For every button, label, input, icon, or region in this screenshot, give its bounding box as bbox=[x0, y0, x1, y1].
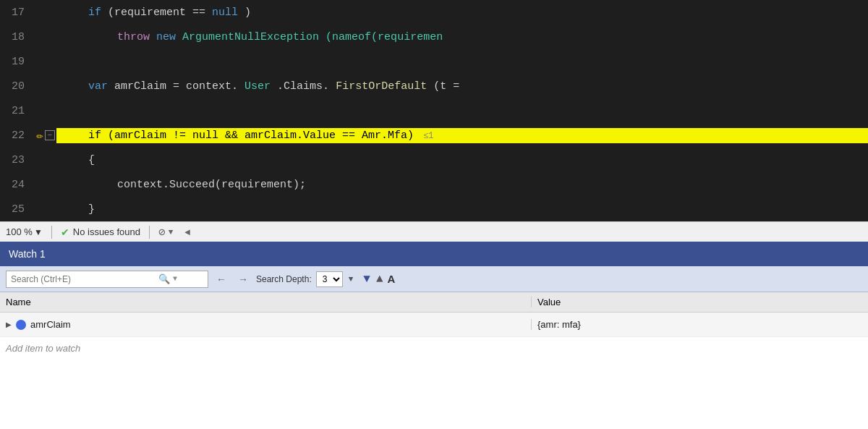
search-depth-select[interactable]: 3 1 2 4 5 bbox=[316, 271, 343, 287]
line-number: 17 bbox=[0, 7, 36, 19]
code-text: amrClaim = context. bbox=[114, 80, 238, 93]
no-issues-indicator: ✔ No issues found bbox=[61, 226, 140, 238]
zoom-control[interactable]: 100 % ▼ bbox=[6, 226, 43, 237]
type-name: User bbox=[244, 80, 271, 93]
code-text: if bbox=[88, 129, 101, 142]
column-header-value: Value bbox=[532, 297, 868, 307]
method-name: FirstOrDefault bbox=[336, 80, 427, 93]
keyword: var bbox=[88, 80, 108, 93]
line-number: 22 bbox=[0, 129, 36, 142]
code-line-22: 22 ✏ − if (amrClaim != null && amrClaim.… bbox=[0, 123, 868, 148]
watch-row-value-cell: {amr: mfa} bbox=[532, 319, 868, 330]
object-type-icon bbox=[16, 320, 26, 330]
watch-search-box[interactable]: 🔍 ▼ bbox=[6, 271, 208, 288]
zoom-dropdown-icon[interactable]: ▼ bbox=[34, 227, 43, 237]
code-content-21 bbox=[56, 105, 868, 117]
status-separator-2 bbox=[149, 226, 150, 239]
code-content-17: if (requirement == null ) bbox=[56, 7, 868, 19]
keyword: new bbox=[156, 31, 176, 43]
code-content-20: var amrClaim = context. User .Claims. Fi… bbox=[56, 80, 868, 93]
expand-arrow-icon[interactable]: ▶ bbox=[6, 320, 12, 328]
code-content-23: { bbox=[56, 154, 868, 166]
paint-dropdown-icon[interactable]: ▼ bbox=[169, 228, 174, 237]
gutter-22: ✏ − bbox=[36, 128, 56, 143]
filter-triangle-icon: ▲ bbox=[376, 273, 383, 286]
add-watch-label: Add item to watch bbox=[6, 343, 80, 354]
no-issues-text: No issues found bbox=[73, 226, 140, 237]
watch-table-header: Name Value bbox=[0, 292, 868, 313]
code-text: .Claims. bbox=[277, 80, 329, 93]
code-text: { bbox=[88, 154, 95, 166]
code-text: (t = bbox=[433, 80, 459, 93]
scroll-left-btn[interactable]: ◄ bbox=[184, 226, 190, 239]
watch-table: Name Value ▶ amrClaim {amr: mfa} Add ite… bbox=[0, 292, 868, 429]
code-line-19: 19 bbox=[0, 49, 868, 74]
line-number: 21 bbox=[0, 105, 36, 117]
code-content-25: } bbox=[56, 203, 868, 216]
nav-back-button[interactable]: ← bbox=[213, 271, 230, 288]
nav-forward-button[interactable]: → bbox=[234, 271, 252, 288]
code-line-24: 24 context.Succeed(requirement); bbox=[0, 172, 868, 197]
watch-toolbar: 🔍 ▼ ← → Search Depth: 3 1 2 4 5 ▼ ▼ ▲ A bbox=[0, 266, 868, 292]
watch-item-name: amrClaim bbox=[30, 319, 71, 330]
paint-controls[interactable]: ⊘ ▼ bbox=[158, 225, 173, 239]
line-number: 20 bbox=[0, 80, 36, 93]
font-size-button[interactable]: A bbox=[388, 273, 396, 285]
line-number: 25 bbox=[0, 203, 36, 216]
keyword: if bbox=[88, 7, 101, 19]
depth-dropdown-icon[interactable]: ▼ bbox=[349, 275, 354, 284]
watch-search-input[interactable] bbox=[11, 274, 156, 284]
code-line-21: 21 bbox=[0, 98, 868, 123]
scroll-left-icon: ◄ bbox=[184, 227, 190, 238]
code-content-24: context.Succeed(requirement); bbox=[56, 179, 868, 191]
line-number: 18 bbox=[0, 31, 36, 43]
add-watch-item[interactable]: Add item to watch bbox=[0, 337, 868, 359]
code-text: context.Succeed(requirement); bbox=[117, 179, 306, 191]
code-line-25: 25 } bbox=[0, 197, 868, 221]
watch-row[interactable]: ▶ amrClaim {amr: mfa} bbox=[0, 313, 868, 337]
code-text: (amrClaim != null && amrClaim.Value == A… bbox=[108, 129, 414, 142]
code-content-19 bbox=[56, 56, 868, 68]
keyword: null bbox=[212, 7, 238, 19]
code-text: (requirement == bbox=[108, 7, 212, 19]
code-text: ) bbox=[244, 7, 251, 19]
status-bar: 100 % ▼ ✔ No issues found ⊘ ▼ ◄ bbox=[0, 221, 868, 242]
code-line-18: 18 throw new ArgumentNullException (name… bbox=[0, 25, 868, 49]
line-number: 24 bbox=[0, 179, 36, 191]
code-text: } bbox=[88, 203, 95, 216]
type-name: ArgumentNullException bbox=[182, 31, 319, 43]
keyword-ctrl: throw bbox=[117, 31, 150, 43]
check-icon: ✔ bbox=[61, 226, 69, 238]
paint-icon: ⊘ bbox=[158, 225, 166, 239]
code-line-20: 20 var amrClaim = context. User .Claims.… bbox=[0, 74, 868, 98]
overflow-indicator: ≤1 bbox=[423, 131, 433, 141]
code-line-23: 23 { bbox=[0, 148, 868, 172]
code-content-18: throw new ArgumentNullException (nameof(… bbox=[56, 31, 868, 43]
watch-panel-header: Watch 1 bbox=[0, 242, 868, 266]
debug-arrow-icon: ✏ bbox=[36, 128, 43, 143]
column-header-name: Name bbox=[0, 297, 532, 307]
code-line-17: 17 if (requirement == null ) bbox=[0, 0, 868, 25]
status-separator bbox=[51, 226, 52, 239]
filter-icon[interactable]: ▼ bbox=[363, 273, 370, 286]
collapse-indicator[interactable]: − bbox=[45, 130, 55, 140]
watch-row-name-cell: ▶ amrClaim bbox=[0, 319, 532, 330]
line-number: 23 bbox=[0, 154, 36, 166]
line-number: 19 bbox=[0, 56, 36, 68]
search-icon[interactable]: 🔍 bbox=[158, 273, 170, 285]
search-dropdown-icon[interactable]: ▼ bbox=[173, 275, 177, 283]
code-editor: 17 if (requirement == null ) 18 throw ne… bbox=[0, 0, 868, 221]
search-depth-label: Search Depth: bbox=[256, 274, 312, 284]
zoom-value: 100 % bbox=[6, 226, 33, 237]
watch-title: Watch 1 bbox=[9, 248, 46, 260]
code-text: (nameof(requiremen bbox=[326, 31, 443, 43]
code-content-22: if (amrClaim != null && amrClaim.Value =… bbox=[56, 128, 868, 143]
